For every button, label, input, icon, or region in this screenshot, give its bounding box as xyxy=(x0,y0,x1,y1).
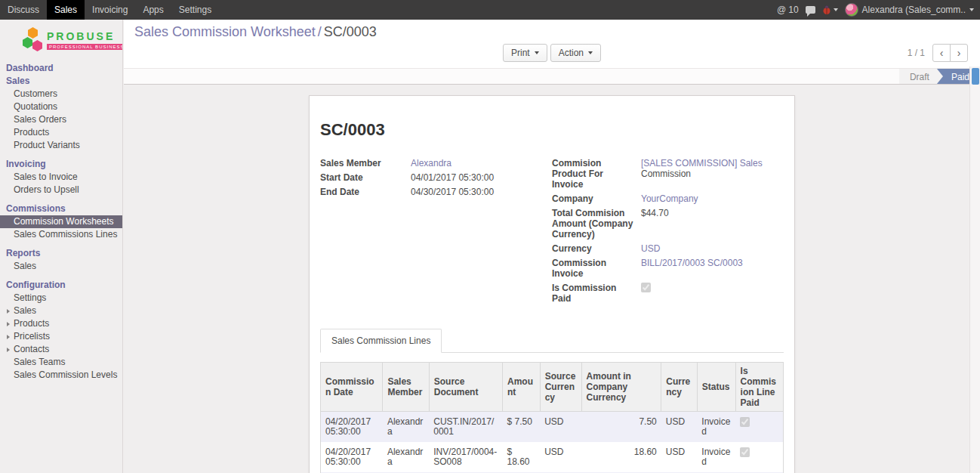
sidebar-item-config-pricelists[interactable]: Pricelists xyxy=(0,330,122,343)
sidebar-item-config-sales[interactable]: Sales xyxy=(0,305,122,317)
sidebar-item-sales-commissions-lines[interactable]: Sales Commissions Lines xyxy=(0,228,122,241)
is-commission-paid-checkbox xyxy=(641,283,651,292)
control-row: Print Action 1 / 1 ‹ › xyxy=(134,43,969,66)
sidebar-section-commissions[interactable]: Commissions xyxy=(0,202,122,215)
col-is-commision-line-paid: Is Commision Line Paid xyxy=(735,363,783,412)
sidebar-nav: Dashboard Sales Customers Quotations Sal… xyxy=(0,62,122,382)
table-row[interactable]: 04/20/2017 05:30:00 Alexandra CUST.IN/20… xyxy=(321,412,784,443)
sidebar-item-sales-orders[interactable]: Sales Orders xyxy=(0,113,122,126)
sidebar-item-reports-sales[interactable]: Sales xyxy=(0,260,122,273)
scrollbar-thumb[interactable] xyxy=(972,68,979,85)
sidebar-item-sales-teams[interactable]: Sales Teams xyxy=(0,356,122,369)
main-area: Sales Commission Worksheet/SC/0003 Print… xyxy=(124,20,980,473)
sidebar-item-dashboard[interactable]: Dashboard xyxy=(0,62,122,75)
sidebar-item-settings[interactable]: Settings xyxy=(0,292,122,305)
messages-icon[interactable] xyxy=(806,6,815,14)
menu-apps[interactable]: Apps xyxy=(135,0,171,20)
menu-settings[interactable]: Settings xyxy=(171,0,219,20)
breadcrumb-separator: / xyxy=(318,24,322,39)
cell-company-amount: 7.50 xyxy=(581,412,661,443)
caret-right-icon xyxy=(7,348,10,352)
sidebar-item-orders-to-upsell[interactable]: Orders to Upsell xyxy=(0,184,122,196)
commission-product-link[interactable]: [SALES COMMISSION] Sales xyxy=(641,158,763,168)
at-icon: @ xyxy=(777,5,786,15)
breadcrumb: Sales Commission Worksheet/SC/0003 xyxy=(134,23,969,40)
menu-sales[interactable]: Sales xyxy=(47,0,85,20)
cell-currency: USD xyxy=(661,442,698,472)
user-name: Alexandra (Sales_comm.. xyxy=(862,5,966,15)
sidebar-item-sales-commission-levels[interactable]: Sales Commission Levels xyxy=(0,369,122,382)
field-value-company[interactable]: YourCompany xyxy=(641,193,698,204)
sidebar-item-sales-to-invoice[interactable]: Sales to Invoice xyxy=(0,171,122,184)
col-commission-date: Commission Date xyxy=(321,363,383,412)
breadcrumb-parent[interactable]: Sales Commission Worksheet xyxy=(134,24,316,39)
col-currency: Currency xyxy=(661,363,698,412)
sidebar-item-config-products[interactable]: Products xyxy=(0,317,122,330)
field-label-end-date: End Date xyxy=(320,187,411,197)
line-paid-checkbox xyxy=(740,417,750,427)
sidebar-item-config-contacts[interactable]: Contacts xyxy=(0,343,122,356)
debug-menu[interactable] xyxy=(822,5,838,14)
col-sales-member: Sales Member xyxy=(383,363,429,412)
sidebar-section-invoicing[interactable]: Invoicing xyxy=(0,158,122,171)
status-draft[interactable]: Draft xyxy=(899,69,943,84)
field-label-start-date: Start Date xyxy=(320,172,411,183)
brand-name: PROBUSE xyxy=(47,30,123,42)
pager-next-button[interactable]: › xyxy=(950,44,968,62)
mentions-button[interactable]: @ 10 xyxy=(777,5,799,15)
cell-status: Invoiced xyxy=(697,442,735,472)
pager-previous-button[interactable]: ‹ xyxy=(932,44,951,62)
sidebar-section-configuration[interactable]: Configuration xyxy=(0,279,122,292)
sidebar-section-reports[interactable]: Reports xyxy=(0,247,122,260)
cell-commission-date: 04/20/2017 05:30:00 xyxy=(321,442,383,472)
tab-sales-commission-lines[interactable]: Sales Commission Lines xyxy=(320,329,442,353)
control-panel: Sales Commission Worksheet/SC/0003 Print… xyxy=(124,20,980,68)
cell-sales-member: Alexandra xyxy=(383,412,429,443)
caret-down-icon xyxy=(535,51,539,54)
field-value-commission-product: [SALES COMMISSION] Sales Commission xyxy=(641,158,784,190)
cell-amount: $ 7.50 xyxy=(502,412,540,443)
cell-line-paid xyxy=(735,412,783,443)
menu-discuss[interactable]: Discuss xyxy=(0,0,47,20)
field-group-right: Commision Product For Invoice [SALES COM… xyxy=(552,158,784,308)
action-button[interactable]: Action xyxy=(550,44,601,62)
field-value-sales-member[interactable]: Alexandra xyxy=(411,158,451,168)
topbar-right: @ 10 Alexandra (Sales_comm.. xyxy=(777,0,980,20)
cell-line-paid xyxy=(735,442,783,472)
sidebar-item-quotations[interactable]: Quotations xyxy=(0,100,122,113)
field-label-sales-member: Sales Member xyxy=(320,158,411,168)
scrollbar[interactable] xyxy=(969,66,980,473)
field-value-commission-invoice[interactable]: BILL/2017/0003 SC/0003 xyxy=(641,258,743,268)
cell-currency: USD xyxy=(661,412,698,443)
sidebar-section-sales[interactable]: Sales xyxy=(0,75,122,88)
notebook-tabs: Sales Commission Lines xyxy=(320,329,784,353)
cell-source-currency: USD xyxy=(540,442,581,472)
menu-invoicing[interactable]: Invoicing xyxy=(85,0,135,20)
caret-down-icon xyxy=(834,8,838,11)
user-menu[interactable]: Alexandra (Sales_comm.. xyxy=(845,3,974,17)
cell-source-document: INV/2017/0004-SO008 xyxy=(429,442,502,472)
sidebar-item-commission-worksheets[interactable]: Commission Worksheets xyxy=(0,215,122,228)
action-buttons: Print Action xyxy=(134,43,969,62)
breadcrumb-current: SC/0003 xyxy=(324,24,377,39)
print-button[interactable]: Print xyxy=(503,44,547,62)
sidebar-item-customers[interactable]: Customers xyxy=(0,88,122,100)
pager: 1 / 1 ‹ › xyxy=(908,44,968,62)
sidebar-item-product-variants[interactable]: Product Variants xyxy=(0,139,122,152)
line-paid-checkbox xyxy=(740,447,750,457)
topbar: Discuss Sales Invoicing Apps Settings @ … xyxy=(0,0,980,20)
table-header-row: Commission Date Sales Member Source Docu… xyxy=(321,363,784,412)
field-label-total-commission: Total Commision Amount (Company Currency… xyxy=(552,208,641,240)
field-value-currency[interactable]: USD xyxy=(641,243,660,254)
field-groups: Sales Member Alexandra Start Date 04/01/… xyxy=(320,158,784,308)
cell-company-amount: 18.60 xyxy=(581,442,661,472)
hexagon-pink-icon xyxy=(32,40,42,51)
table-row[interactable]: 04/20/2017 05:30:00 Alexandra INV/2017/0… xyxy=(321,442,784,472)
field-label-commission-product: Commision Product For Invoice xyxy=(552,158,641,190)
mentions-count: 10 xyxy=(788,5,798,15)
caret-down-icon xyxy=(969,8,974,11)
sidebar-item-products[interactable]: Products xyxy=(0,126,122,139)
brand-tagline: PROFESSIONAL BUSINESS xyxy=(47,44,123,50)
field-label-commission-invoice: Commission Invoice xyxy=(552,258,641,279)
col-amount: Amount xyxy=(502,363,540,412)
